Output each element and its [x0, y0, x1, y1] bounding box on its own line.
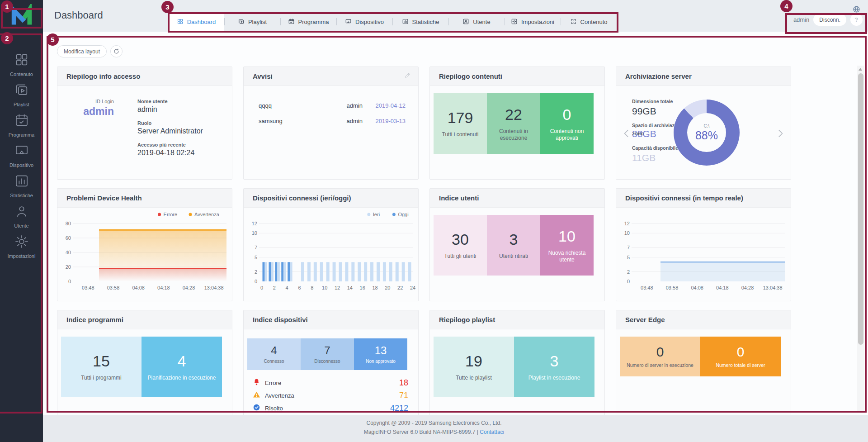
- alert-list: qqqqadmin2019-04-12samsungadmin2019-03-1…: [244, 96, 418, 127]
- device-tiles: 4Connesso7Disconnesso13Non approvato: [247, 338, 407, 370]
- svg-text:2: 2: [273, 285, 276, 290]
- field-value: admin: [137, 105, 203, 114]
- playlist-tiles: 19Tutte le playlist3Playlist in esecuzio…: [434, 337, 594, 397]
- svg-text:7: 7: [627, 245, 630, 250]
- tile-value: 4: [178, 352, 186, 370]
- alert-date[interactable]: 2019-04-12: [363, 102, 406, 109]
- gearframe-icon: [511, 18, 518, 26]
- tab-programma[interactable]: Programma: [280, 12, 336, 32]
- tile-label: Disconnesso: [312, 359, 342, 365]
- user-tiles: 30Tutti gli utenti3Utenti ritirati10Nuov…: [434, 215, 594, 276]
- sidebar-item-utente[interactable]: Utente: [0, 204, 43, 234]
- magicinfo-logo[interactable]: [0, 0, 43, 32]
- stat-tile[interactable]: 0Numero totale di server: [700, 337, 781, 376]
- tile-label: Connesso: [261, 359, 286, 365]
- card-device-health: Problemi Device Health 02040608003:4803:…: [57, 188, 232, 301]
- alert-name: qqqq: [259, 102, 335, 109]
- sidebar-item-programma[interactable]: Programma: [0, 113, 43, 143]
- refresh-button[interactable]: [110, 45, 123, 57]
- stat-tile[interactable]: 0Numero di server in esecuzione: [620, 337, 700, 376]
- tab-dispositivo[interactable]: Dispositivo: [336, 12, 392, 32]
- tab-utente[interactable]: Utente: [448, 12, 505, 32]
- svg-text:60: 60: [66, 235, 71, 241]
- status-value: 71: [399, 391, 408, 400]
- footer-build: MagicINFO Server 6.0 Build NA-MIIPS-6999…: [364, 429, 480, 435]
- stat-tile[interactable]: 179Tutti i contenuti: [434, 93, 487, 154]
- stat-tile[interactable]: 30Tutti gli utenti: [434, 215, 487, 276]
- stat-tile[interactable]: 19Tutte le playlist: [434, 337, 514, 397]
- stat-tile[interactable]: 10Nuova richiesta utente: [540, 215, 594, 276]
- svg-text:04:18: 04:18: [716, 285, 729, 290]
- schedule-icon: [14, 113, 29, 130]
- device-health-chart: 02040608003:4803:5804:0804:1804:2813:04:…: [57, 208, 232, 301]
- alert-user: admin: [335, 102, 363, 109]
- donut-drive-label: C:\: [704, 124, 710, 128]
- card-edge-server: Server Edge 0Numero di server in esecuzi…: [616, 310, 791, 415]
- svg-text:04:18: 04:18: [157, 285, 170, 290]
- device-status-row[interactable]: Errore18: [244, 376, 418, 389]
- main-tabs: DashboardPlaylistProgrammaDispositivoSta…: [168, 12, 617, 32]
- card-connected-daily: Dispositivi connessi (ieri/oggi) 0257101…: [243, 188, 419, 301]
- tile-label: Tutte le playlist: [453, 375, 494, 381]
- svg-text:04:28: 04:28: [183, 285, 195, 290]
- tab-label: Impostazioni: [521, 19, 554, 25]
- alert-date[interactable]: 2019-03-13: [363, 118, 406, 124]
- stat-tile[interactable]: 4Pianificazione in esecuzione: [142, 337, 222, 397]
- sidebar-item-playlist[interactable]: Playlist: [0, 82, 43, 113]
- sidebar-item-statistiche[interactable]: Statistiche: [0, 173, 43, 204]
- vertical-scrollbar[interactable]: [857, 66, 864, 413]
- playlist-icon: [14, 82, 29, 100]
- edit-pencil-icon[interactable]: [404, 72, 411, 81]
- device-status-row[interactable]: Avvertenza71: [244, 389, 418, 402]
- storage-prev-arrow[interactable]: [621, 128, 632, 141]
- tab-dashboard[interactable]: Dashboard: [168, 12, 224, 32]
- stat-tile[interactable]: 4Connesso: [247, 338, 301, 370]
- alert-row[interactable]: qqqqadmin2019-04-12: [244, 100, 418, 111]
- sidebar-item-impostazioni[interactable]: Impostazioni: [0, 234, 43, 264]
- sidebar-item-contenuto[interactable]: Contenuto: [0, 52, 43, 82]
- svg-text:03:48: 03:48: [82, 285, 94, 290]
- tab-contenuto[interactable]: Contenuto: [561, 12, 617, 32]
- tab-statistiche[interactable]: Statistiche: [392, 12, 448, 32]
- svg-text:8: 8: [311, 285, 313, 290]
- card-title: Problemi Device Health: [66, 194, 142, 202]
- login-field: Accesso più recente2019-04-18 02:24: [137, 142, 203, 157]
- field-label: Nome utente: [137, 99, 203, 104]
- logout-button[interactable]: Disconn.: [813, 14, 846, 26]
- storage-donut-chart: C:\ 88%: [674, 100, 740, 166]
- svg-text:16: 16: [360, 285, 365, 290]
- svg-text:6: 6: [298, 285, 301, 290]
- storage-next-arrow[interactable]: [774, 128, 786, 141]
- stat-tile[interactable]: 15Tutti i programmi: [61, 337, 142, 397]
- scrollbar-up-arrow-icon[interactable]: [859, 68, 862, 71]
- stat-tile[interactable]: 13Non approvato: [354, 338, 407, 370]
- stat-tile[interactable]: 3Playlist in esecuzione: [514, 337, 594, 397]
- card-server-storage: Archiviazione server Dimensione totale 9…: [616, 67, 791, 180]
- tile-label: Pianificazione in esecuzione: [146, 375, 218, 381]
- contact-link[interactable]: Contattaci: [480, 429, 504, 435]
- card-device-index: Indice dispositivi 4Connesso7Disconnesso…: [243, 310, 419, 415]
- card-login-summary: Riepilogo info accesso ID Login admin No…: [57, 67, 232, 180]
- tab-playlist[interactable]: Playlist: [224, 12, 280, 32]
- scrollbar-thumb[interactable]: [858, 73, 863, 345]
- tab-impostazioni[interactable]: Impostazioni: [505, 12, 561, 32]
- tile-value: 4: [271, 344, 277, 357]
- tab-label: Dispositivo: [355, 19, 384, 25]
- stat-tile[interactable]: 3Utenti ritirati: [487, 215, 540, 276]
- edit-layout-button[interactable]: Modifica layout: [57, 45, 107, 57]
- card-title: Riepilogo playlist: [439, 316, 495, 323]
- alert-row[interactable]: samsungadmin2019-03-13: [244, 115, 418, 127]
- help-button[interactable]: ?: [850, 14, 863, 26]
- sidebar-item-dispositivo[interactable]: Dispositivo: [0, 143, 43, 173]
- svg-text:4: 4: [286, 285, 288, 290]
- svg-text:10: 10: [624, 230, 630, 236]
- user-name: admin: [793, 16, 809, 23]
- svg-text:12: 12: [624, 221, 630, 226]
- device-status-row[interactable]: Risolto4212: [244, 402, 418, 414]
- stat-tile[interactable]: 0Contenuti non approvati: [540, 93, 594, 154]
- card-title: Indice programmi: [66, 316, 123, 323]
- stat-tile[interactable]: 7Disconnesso: [301, 338, 354, 370]
- stat-tile[interactable]: 22Contenuti in esecuzione: [487, 93, 540, 154]
- login-field: Nome utenteadmin: [137, 99, 203, 114]
- tile-label: Tutti gli utenti: [442, 253, 479, 260]
